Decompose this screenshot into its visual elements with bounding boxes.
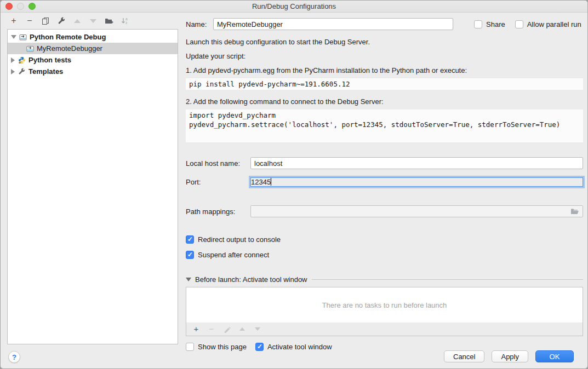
name-label: Name:: [186, 20, 213, 28]
help-button[interactable]: ?: [8, 351, 20, 363]
svg-text:a: a: [125, 17, 128, 21]
remove-configuration-button[interactable]: −: [25, 16, 34, 25]
minimize-window-button[interactable]: [17, 3, 24, 10]
port-input[interactable]: 12345: [250, 177, 583, 187]
edit-defaults-wrench-icon[interactable]: [57, 16, 66, 25]
tree-item-myremotedebugger[interactable]: MyRemoteDebugger: [8, 43, 178, 54]
sort-alphabetically-icon[interactable]: az: [121, 16, 129, 25]
collapse-section-icon[interactable]: [186, 278, 191, 281]
redirect-output-checkbox[interactable]: [186, 235, 194, 244]
expand-icon[interactable]: [11, 57, 15, 63]
window-title: Run/Debug Configurations: [252, 2, 336, 10]
allow-parallel-run-checkbox[interactable]: [515, 20, 523, 28]
share-checkbox-row[interactable]: Share: [474, 20, 505, 28]
suspend-after-connect-row[interactable]: Suspend after connect: [186, 251, 583, 259]
share-label: Share: [486, 20, 505, 28]
settrace-code: import pydevd_pycharm pydevd_pycharm.set…: [186, 109, 583, 142]
move-down-icon[interactable]: [89, 16, 98, 25]
dialog-buttons: Cancel Apply OK: [444, 350, 574, 362]
move-task-up-icon[interactable]: [238, 325, 247, 333]
settrace-code-line-2: pydevd_pycharm.settrace('localhost', por…: [189, 120, 580, 129]
suspend-after-connect-label: Suspend after connect: [198, 251, 269, 259]
name-input[interactable]: [213, 18, 453, 30]
show-this-page-row[interactable]: Show this page: [186, 343, 247, 351]
tree-item-label: MyRemoteDebugger: [37, 44, 102, 53]
wrench-icon: [18, 68, 26, 76]
settrace-code-line-1: import pydevd_pycharm: [189, 111, 580, 120]
configurations-tree: Python Remote Debug MyRemoteDebugger Pyt…: [7, 29, 178, 344]
tree-item-label: Python tests: [28, 56, 71, 64]
run-config-icon: [19, 33, 27, 41]
expand-icon[interactable]: [11, 69, 15, 74]
share-checkbox[interactable]: [474, 20, 482, 28]
allow-parallel-run-label: Allow parallel run: [527, 20, 581, 28]
activate-tool-window-checkbox[interactable]: [255, 343, 264, 351]
task-list-toolbar: + −: [186, 322, 583, 336]
tree-item-label: Python Remote Debug: [30, 33, 106, 41]
text-caret: [271, 178, 271, 186]
configurations-toolbar: + − az: [1, 13, 178, 29]
tree-item-python-tests[interactable]: Python tests: [8, 54, 178, 66]
move-up-icon[interactable]: [73, 16, 82, 25]
browse-folder-icon[interactable]: [570, 208, 579, 215]
no-tasks-message: There are no tasks to run before launch: [186, 287, 583, 322]
svg-text:z: z: [125, 21, 127, 25]
python-icon: [18, 56, 26, 64]
path-mappings-label: Path mappings:: [186, 207, 250, 216]
move-task-down-icon[interactable]: [253, 325, 262, 333]
redirect-output-row[interactable]: Redirect output to console: [186, 235, 583, 244]
new-folder-icon[interactable]: [105, 16, 113, 25]
tree-item-label: Templates: [28, 67, 63, 76]
show-this-page-label: Show this page: [198, 343, 247, 351]
configuration-editor: Name: Share Allow parallel run Launch th…: [178, 13, 587, 369]
description-line-1: Launch this debug configuration to start…: [186, 37, 583, 47]
run-debug-configurations-dialog: Run/Debug Configurations + − az: [0, 0, 588, 369]
ok-button[interactable]: OK: [535, 350, 574, 362]
zoom-window-button[interactable]: [28, 3, 36, 10]
cancel-button[interactable]: Cancel: [444, 350, 484, 362]
path-mappings-input[interactable]: [250, 205, 583, 217]
allow-parallel-run-checkbox-row[interactable]: Allow parallel run: [515, 20, 581, 28]
configurations-panel: + − az: [1, 13, 178, 369]
edit-task-pencil-icon[interactable]: [222, 325, 231, 333]
before-launch-label: Before launch: Activate tool window: [195, 275, 307, 284]
port-value: 12345: [251, 178, 271, 186]
port-label: Port:: [186, 178, 250, 186]
before-launch-section-header[interactable]: Before launch: Activate tool window: [186, 275, 583, 284]
add-configuration-button[interactable]: +: [9, 16, 18, 25]
tree-item-templates[interactable]: Templates: [8, 66, 178, 77]
instructions: Launch this debug configuration to start…: [186, 37, 583, 76]
show-this-page-checkbox[interactable]: [186, 343, 194, 351]
redirect-output-label: Redirect output to console: [198, 235, 281, 244]
close-window-button[interactable]: [5, 3, 13, 10]
apply-button[interactable]: Apply: [492, 350, 528, 362]
pip-install-code: pip install pydevd-pycharm~=191.6605.12: [186, 78, 583, 90]
titlebar: Run/Debug Configurations: [1, 1, 587, 13]
traffic-lights: [5, 3, 36, 10]
activate-tool-window-row[interactable]: Activate tool window: [255, 343, 332, 351]
local-host-name-label: Local host name:: [186, 159, 250, 168]
before-launch-task-list: There are no tasks to run before launch …: [186, 287, 583, 336]
section-divider: [312, 279, 583, 280]
run-config-icon: [26, 45, 34, 53]
local-host-name-input[interactable]: [250, 157, 583, 169]
remove-task-button[interactable]: −: [207, 325, 216, 333]
activate-tool-window-label: Activate tool window: [267, 343, 332, 351]
step-1-text: 1. Add pydevd-pycharm.egg from the PyCha…: [186, 66, 583, 76]
copy-configuration-icon[interactable]: [41, 16, 50, 25]
add-task-button[interactable]: +: [192, 325, 201, 333]
step-2-text: 2. Add the following command to connect …: [186, 97, 583, 107]
description-line-2: Update your script:: [186, 51, 583, 61]
suspend-after-connect-checkbox[interactable]: [186, 251, 194, 259]
tree-item-python-remote-debug[interactable]: Python Remote Debug: [8, 31, 178, 43]
collapse-icon[interactable]: [11, 35, 16, 39]
